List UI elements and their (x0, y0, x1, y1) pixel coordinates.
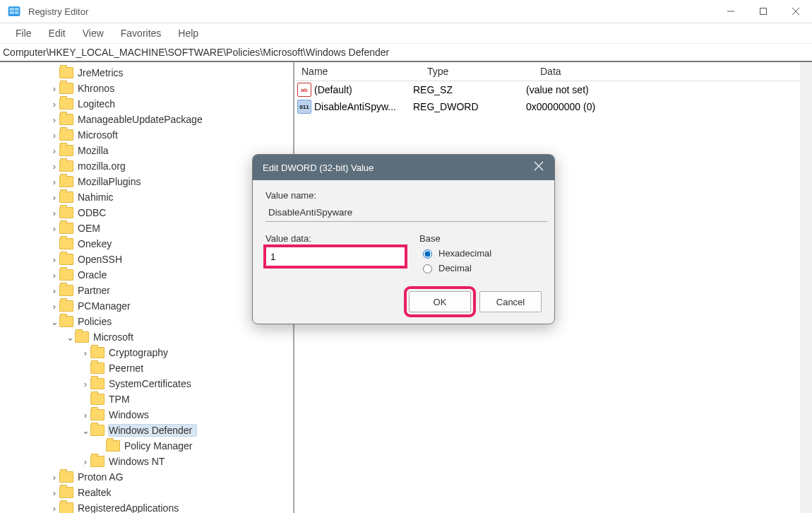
tree-item[interactable]: JreMetrics (35, 65, 293, 81)
folder-icon (59, 160, 73, 172)
chevron-right-icon[interactable]: › (49, 270, 59, 281)
value-row-data: 0x00000000 (0) (519, 101, 812, 112)
values-scrollbar[interactable] (800, 62, 812, 513)
tree-item-label: Windows Defender (109, 425, 196, 436)
tree-item[interactable]: ›SystemCertificates (35, 376, 293, 391)
tree-item-label: Policy Manager (124, 440, 197, 452)
column-name[interactable]: Name (294, 66, 420, 77)
tree-item-label: Cryptography (109, 347, 172, 358)
decimal-label: Decimal (438, 263, 472, 273)
hexadecimal-radio-input[interactable] (423, 249, 432, 259)
address-path: Computer\HKEY_LOCAL_MACHINE\SOFTWARE\Pol… (3, 47, 389, 58)
folder-icon (90, 362, 105, 374)
maximize-icon (759, 7, 768, 16)
tree-item[interactable]: ›Microsoft (35, 127, 293, 143)
menu-help[interactable]: Help (169, 25, 207, 42)
window-close-button[interactable] (780, 0, 812, 23)
tree-item[interactable]: ›RegisteredApplications (35, 500, 293, 513)
folder-icon (59, 98, 73, 110)
folder-icon (90, 394, 105, 405)
tree-item-label: PCManager (78, 300, 135, 312)
svg-rect-3 (9, 11, 14, 14)
tree-item[interactable]: ›Khronos (35, 81, 293, 96)
chevron-right-icon[interactable]: › (49, 208, 59, 218)
chevron-right-icon[interactable]: › (49, 223, 59, 234)
folder-icon (59, 67, 73, 78)
chevron-right-icon[interactable]: › (80, 456, 90, 467)
hexadecimal-radio[interactable]: Hexadecimal (419, 247, 542, 259)
folder-icon (59, 487, 73, 498)
tree-item[interactable]: Peernet (35, 360, 293, 376)
tree-item[interactable]: ›Windows (35, 407, 293, 423)
tree-item-label: Windows (109, 409, 153, 420)
chevron-right-icon[interactable]: › (80, 348, 90, 358)
chevron-right-icon[interactable]: › (80, 410, 90, 420)
folder-icon (90, 425, 105, 436)
chevron-right-icon[interactable]: › (49, 285, 59, 296)
chevron-right-icon[interactable]: › (49, 472, 59, 483)
window-maximize-button[interactable] (747, 0, 780, 23)
chevron-right-icon[interactable]: › (49, 161, 59, 172)
decimal-radio-input[interactable] (423, 264, 432, 273)
value-data-field[interactable] (265, 247, 405, 266)
tree-item-label: MozillaPlugins (78, 176, 145, 187)
chevron-down-icon[interactable]: ⌄ (49, 317, 59, 327)
tree-item[interactable]: ›Proton AG (35, 469, 293, 485)
close-icon (792, 7, 800, 16)
tree-item[interactable]: ›Realtek (35, 485, 293, 500)
tree-item[interactable]: TPM (35, 391, 293, 407)
address-bar[interactable]: Computer\HKEY_LOCAL_MACHINE\SOFTWARE\Pol… (0, 44, 812, 62)
chevron-right-icon[interactable]: › (49, 488, 59, 498)
base-label: Base (419, 233, 542, 244)
svg-rect-6 (760, 8, 767, 15)
folder-icon (59, 114, 73, 125)
minimize-icon (727, 7, 735, 16)
tree-item-label: Nahimic (78, 191, 118, 203)
value-row[interactable]: ab(Default)REG_SZ(value not set) (294, 81, 812, 98)
tree-item[interactable]: ›Cryptography (35, 345, 293, 360)
decimal-radio[interactable]: Decimal (419, 262, 542, 273)
dialog-close-button[interactable] (523, 161, 554, 174)
chevron-down-icon[interactable]: ⌄ (65, 332, 75, 343)
menu-favorites[interactable]: Favorites (112, 25, 170, 42)
chevron-right-icon[interactable]: › (49, 254, 59, 265)
dialog-title: Edit DWORD (32-bit) Value (263, 163, 374, 173)
folder-icon (106, 440, 120, 452)
tree-item[interactable]: ›Windows NT (35, 454, 293, 469)
window-minimize-button[interactable] (715, 0, 747, 23)
tree-pane[interactable]: JreMetrics›Khronos›Logitech›ManageableUp… (0, 62, 294, 513)
chevron-right-icon[interactable]: › (49, 192, 59, 203)
tree-item[interactable]: Policy Manager (35, 438, 293, 454)
chevron-down-icon[interactable]: ⌄ (80, 425, 90, 436)
menu-view[interactable]: View (74, 25, 112, 42)
svg-rect-1 (9, 8, 14, 11)
chevron-right-icon[interactable]: › (49, 146, 59, 156)
tree-item[interactable]: ›ManageableUpdatePackage (35, 112, 293, 127)
chevron-right-icon[interactable]: › (49, 114, 59, 125)
chevron-right-icon[interactable]: › (80, 379, 90, 389)
folder-icon (75, 331, 89, 343)
column-type[interactable]: Type (420, 66, 533, 77)
chevron-right-icon[interactable]: › (49, 503, 59, 514)
value-name-field[interactable] (265, 204, 547, 222)
menu-bar: File Edit View Favorites Help (0, 23, 812, 44)
tree-item[interactable]: ›Logitech (35, 96, 293, 112)
chevron-right-icon[interactable]: › (49, 130, 59, 141)
value-row[interactable]: 011DisableAntiSpyw...REG_DWORD0x00000000… (294, 98, 812, 115)
column-data[interactable]: Data (533, 66, 812, 77)
chevron-right-icon[interactable]: › (49, 83, 59, 94)
tree-item-label: Proton AG (78, 471, 128, 483)
chevron-right-icon[interactable]: › (49, 301, 59, 312)
folder-icon (90, 409, 105, 420)
ok-button[interactable]: OK (409, 291, 471, 312)
dialog-titlebar[interactable]: Edit DWORD (32-bit) Value (253, 155, 554, 180)
menu-edit[interactable]: Edit (40, 25, 74, 42)
chevron-right-icon[interactable]: › (49, 177, 59, 187)
hexadecimal-label: Hexadecimal (438, 248, 491, 259)
cancel-button[interactable]: Cancel (479, 291, 542, 312)
tree-item[interactable]: ⌄Windows Defender (35, 423, 293, 438)
window-title: Registry Editor (28, 6, 715, 17)
menu-file[interactable]: File (7, 25, 40, 42)
tree-item[interactable]: ⌄Microsoft (35, 329, 293, 345)
chevron-right-icon[interactable]: › (49, 99, 59, 110)
